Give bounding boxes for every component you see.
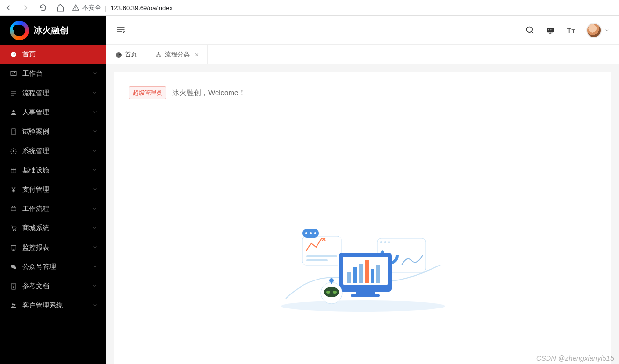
monitor-icon — [10, 244, 17, 252]
chevron-down-icon — [92, 225, 98, 232]
chevron-down-icon — [92, 206, 98, 213]
sidebar-item-label: 人事管理 — [22, 108, 49, 117]
list-icon — [10, 89, 17, 97]
chevron-down-icon — [605, 28, 609, 33]
sidebar-item-label: 流程管理 — [22, 89, 49, 98]
svg-rect-44 — [365, 260, 369, 283]
sidebar-item-10[interactable]: 监控报表 — [0, 238, 106, 257]
address-bar[interactable]: 不安全 | 123.60.39.69/oa/index — [72, 3, 615, 12]
infra-icon — [10, 167, 17, 174]
sidebar-item-7[interactable]: 支付管理 — [0, 180, 106, 199]
sidebar-item-8[interactable]: 工作流程 — [0, 199, 106, 219]
role-badge: 超级管理员 — [129, 86, 166, 99]
svg-point-33 — [380, 241, 382, 243]
svg-rect-45 — [371, 269, 374, 283]
person-icon — [10, 109, 17, 116]
sidebar-item-13[interactable]: 客户管理系统 — [0, 296, 106, 315]
svg-rect-39 — [356, 292, 375, 294]
tab-label: 流程分类 — [165, 50, 190, 59]
sitemap-icon — [155, 51, 162, 58]
svg-point-2 — [12, 110, 14, 112]
address-separator: | — [105, 4, 106, 12]
sidebar-item-1[interactable]: 工作台 — [0, 64, 106, 84]
warning-icon — [72, 4, 79, 11]
tab-1[interactable]: 流程分类× — [146, 45, 208, 64]
topbar — [106, 16, 619, 45]
message-icon[interactable] — [546, 26, 555, 35]
svg-point-35 — [388, 241, 390, 243]
sidebar-item-label: 系统管理 — [22, 147, 49, 155]
back-icon[interactable] — [4, 3, 13, 12]
svg-rect-5 — [11, 168, 16, 173]
sidebar-item-label: 基础设施 — [22, 166, 49, 175]
browser-nav — [4, 3, 65, 12]
svg-point-28 — [310, 232, 312, 234]
cart-icon — [10, 224, 17, 232]
topbar-right — [525, 23, 609, 38]
menu-toggle-icon[interactable] — [116, 25, 126, 36]
svg-point-48 — [324, 287, 339, 297]
url-text: 123.60.39.69/oa/index — [110, 4, 173, 12]
svg-rect-40 — [351, 294, 380, 297]
user-menu[interactable] — [586, 23, 609, 38]
dashboard-icon — [115, 51, 122, 58]
content-panel: 超级管理员 冰火融创，Welcome！ — [114, 72, 611, 364]
dashboard-illustration — [276, 226, 450, 315]
svg-rect-30 — [306, 255, 337, 257]
logo-area[interactable]: 冰火融创 — [0, 16, 106, 45]
search-icon[interactable] — [525, 26, 535, 35]
close-icon[interactable]: × — [195, 51, 199, 58]
svg-point-49 — [326, 291, 330, 294]
users-icon — [10, 302, 17, 309]
logo-text: 冰火融创 — [34, 25, 69, 36]
sidebar-item-11[interactable]: 公众号管理 — [0, 257, 106, 277]
svg-rect-9 — [11, 245, 16, 249]
svg-rect-22 — [156, 55, 158, 56]
workflow-icon — [10, 205, 17, 213]
sidebar-item-12[interactable]: 参考文档 — [0, 277, 106, 296]
svg-rect-3 — [12, 129, 15, 135]
browser-toolbar: 不安全 | 123.60.39.69/oa/index — [0, 0, 619, 16]
welcome-row: 超级管理员 冰火融创，Welcome！ — [129, 86, 597, 99]
sidebar-item-label: 商城系统 — [22, 224, 49, 233]
dashboard-icon — [10, 51, 17, 58]
svg-rect-43 — [359, 264, 363, 283]
home-icon[interactable] — [56, 3, 65, 12]
forward-icon[interactable] — [21, 3, 30, 12]
svg-point-7 — [13, 230, 14, 231]
chevron-down-icon — [92, 70, 98, 78]
sidebar-item-4[interactable]: 试验案例 — [0, 122, 106, 141]
sidebar-item-label: 支付管理 — [22, 185, 49, 194]
sidebar-item-0[interactable]: 首页 — [0, 45, 106, 64]
sidebar-item-6[interactable]: 基础设施 — [0, 161, 106, 180]
sidebar-item-label: 公众号管理 — [22, 263, 56, 271]
wechat-icon — [10, 263, 17, 271]
svg-point-19 — [551, 29, 552, 30]
svg-rect-52 — [331, 281, 332, 284]
tab-label: 首页 — [125, 50, 137, 59]
chevron-down-icon — [92, 186, 98, 194]
watermark: CSDN @zhengxianyi515 — [536, 354, 614, 362]
sidebar-item-2[interactable]: 流程管理 — [0, 84, 106, 103]
welcome-text: 冰火融创，Welcome！ — [172, 88, 245, 98]
sidebar-item-3[interactable]: 人事管理 — [0, 103, 106, 122]
svg-point-8 — [15, 230, 16, 231]
sidebar-item-9[interactable]: 商城系统 — [0, 219, 106, 238]
chevron-down-icon — [92, 302, 98, 309]
svg-rect-41 — [347, 272, 351, 283]
tab-0[interactable]: 首页 — [106, 45, 146, 64]
doc-icon — [10, 282, 17, 290]
svg-rect-46 — [376, 265, 380, 283]
case-icon — [10, 128, 17, 136]
desk-icon — [10, 70, 17, 78]
svg-point-27 — [305, 232, 307, 234]
svg-rect-6 — [11, 207, 16, 211]
sidebar-item-5[interactable]: 系统管理 — [0, 141, 106, 161]
sidebar-item-label: 试验案例 — [22, 127, 49, 136]
svg-point-13 — [12, 303, 14, 305]
svg-point-24 — [281, 300, 445, 312]
font-size-icon[interactable] — [566, 26, 576, 35]
svg-point-18 — [550, 29, 551, 30]
logo-icon — [10, 21, 29, 40]
reload-icon[interactable] — [39, 3, 47, 12]
